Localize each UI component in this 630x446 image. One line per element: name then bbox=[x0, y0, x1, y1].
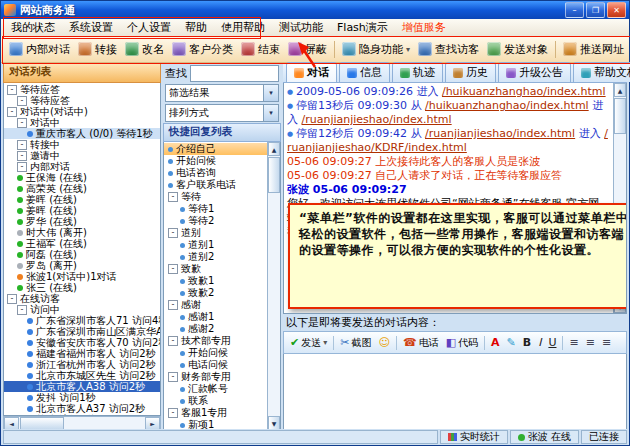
quick-reply-item[interactable]: 电话咨询 bbox=[164, 167, 267, 179]
align-center-button[interactable]: ≡ bbox=[583, 336, 598, 349]
send-button[interactable]: ✔发送▾ bbox=[287, 335, 330, 351]
tree-group[interactable]: -转接中 bbox=[4, 139, 160, 150]
quick-reply-group[interactable]: -道别 bbox=[164, 227, 267, 239]
tree-item[interactable]: 广东省深圳市南山区满京华A72... bbox=[4, 326, 160, 337]
underline-button[interactable]: U bbox=[545, 336, 559, 349]
tree-item[interactable]: 罗岛 (离开) bbox=[4, 260, 160, 271]
scrollbar-track[interactable] bbox=[268, 194, 280, 416]
chevron-down-icon[interactable]: ▾ bbox=[263, 105, 278, 121]
stealth-button[interactable]: 隐身功能▾ bbox=[338, 40, 414, 59]
sort-dropdown[interactable]: 排列方式 ▾ bbox=[165, 104, 279, 122]
tree-item[interactable]: 重庆市客人 (0/0) 等待1秒 bbox=[4, 128, 160, 139]
emoticon-button[interactable]: ☺ bbox=[375, 336, 392, 349]
bold-button[interactable]: B bbox=[520, 336, 534, 349]
block-button[interactable]: 屏蔽 bbox=[284, 40, 331, 59]
tree-item[interactable]: 浙江省杭州市客人 访问2秒 bbox=[4, 359, 160, 370]
internal-chat-button[interactable]: 内部对话 bbox=[5, 40, 74, 59]
tab-1[interactable]: 对话 bbox=[286, 62, 337, 82]
tab-2[interactable]: 信息 bbox=[339, 62, 390, 82]
quick-reply-item[interactable]: 电话问候 bbox=[164, 359, 267, 371]
tree-item[interactable]: 北京市客人A37 访问2秒 bbox=[4, 403, 160, 414]
transfer-button[interactable]: 转接 bbox=[74, 40, 121, 59]
tab-5[interactable]: 升级公告 bbox=[498, 62, 571, 82]
menu-item-6[interactable]: 测试功能 bbox=[272, 19, 330, 36]
status-stats[interactable]: 实时统计 bbox=[440, 430, 508, 444]
minimize-button[interactable]: – bbox=[565, 2, 584, 18]
quick-reply-item[interactable]: 道别2 bbox=[164, 251, 267, 263]
screenshot-button[interactable]: ✂截图 bbox=[337, 335, 374, 351]
tree-group[interactable]: -内部对话 bbox=[4, 161, 160, 172]
send-target-button[interactable]: 发送对象 bbox=[483, 40, 552, 59]
tree-item[interactable]: 姜晖 (在线) bbox=[4, 194, 160, 205]
quick-reply-group[interactable]: -财务部专用 bbox=[164, 371, 267, 383]
quick-reply-item[interactable]: 感谢2 bbox=[164, 323, 267, 335]
end-chat-button[interactable]: 结束 bbox=[237, 40, 284, 59]
tree-item[interactable]: 王福军 (在线) bbox=[4, 238, 160, 249]
tree-group[interactable]: -邀请中 bbox=[4, 150, 160, 161]
quick-reply-item[interactable]: 等待2 bbox=[164, 215, 267, 227]
page-link[interactable]: /ruanjianjieshao/index.html bbox=[425, 127, 575, 140]
quick-reply-group[interactable]: -致歉 bbox=[164, 263, 267, 275]
align-right-button[interactable]: ≡ bbox=[599, 336, 614, 349]
rename-button[interactable]: 改名 bbox=[121, 40, 168, 59]
page-link[interactable]: /ruanjianjieshao/index.html bbox=[302, 113, 452, 126]
quick-reply-group[interactable]: -感谢 bbox=[164, 299, 267, 311]
quick-reply-item[interactable]: 开始问候 bbox=[164, 347, 267, 359]
quick-reply-group[interactable]: -客服1专用 bbox=[164, 407, 267, 419]
tree-item[interactable]: 北京市东城区先生 访问2秒 bbox=[4, 370, 160, 381]
filter-dropdown[interactable]: 筛选结果 ▾ bbox=[165, 84, 279, 102]
scroll-down-icon[interactable]: ▼ bbox=[268, 416, 280, 430]
tree-group[interactable]: -对话中 bbox=[4, 117, 160, 128]
tab-6[interactable]: 帮助文档 bbox=[573, 62, 630, 82]
tree-item[interactable]: 高荣英 (在线) bbox=[4, 183, 160, 194]
phone-button[interactable]: ☎电话 bbox=[400, 335, 442, 351]
maximize-button[interactable]: ❐ bbox=[586, 2, 605, 18]
align-left-button[interactable]: ≡ bbox=[566, 336, 581, 349]
scroll-up-icon[interactable]: ▲ bbox=[268, 142, 280, 156]
menu-item-4[interactable]: 帮助 bbox=[178, 19, 214, 36]
find-visitor-button[interactable]: 查找访客 bbox=[414, 40, 483, 59]
quick-reply-item[interactable]: 致歉1 bbox=[164, 275, 267, 287]
tree-group[interactable]: -对话中(对话中) bbox=[4, 106, 160, 117]
tree-group[interactable]: -在线访客 bbox=[4, 293, 160, 304]
message-input[interactable] bbox=[283, 354, 627, 431]
quick-reply-item[interactable]: 汇款帐号 bbox=[164, 383, 267, 395]
tab-4[interactable]: 历史 bbox=[445, 62, 496, 82]
tree-item[interactable]: 张波1(对话中)1对话 bbox=[4, 271, 160, 282]
menu-item-1[interactable]: 我的状态 bbox=[4, 19, 62, 36]
tab-3[interactable]: 轨迹 bbox=[392, 62, 443, 82]
quick-reply-item[interactable]: 客户联系电话 bbox=[164, 179, 267, 191]
quick-reply-item[interactable]: 感谢1 bbox=[164, 311, 267, 323]
tree-group[interactable]: -等待应答 bbox=[4, 95, 160, 106]
quick-reply-item[interactable]: 致歉2 bbox=[164, 287, 267, 299]
scrollbar-thumb[interactable] bbox=[614, 98, 626, 134]
tree-item[interactable]: 时大伟 (离开) bbox=[4, 227, 160, 238]
tree-item[interactable]: 王保海 (在线) bbox=[4, 172, 160, 183]
quick-reply-group[interactable]: -技术部专用 bbox=[164, 335, 267, 347]
tree-item[interactable]: 安徽省安庆市客人70 访问2秒 bbox=[4, 337, 160, 348]
tree-item[interactable]: 姜晖 (在线) bbox=[4, 205, 160, 216]
tree-group[interactable]: -访问中 bbox=[4, 304, 160, 315]
italic-button[interactable]: I bbox=[535, 336, 544, 349]
scrollbar-thumb[interactable] bbox=[268, 157, 280, 193]
menu-item-5[interactable]: 使用帮助 bbox=[214, 19, 272, 36]
close-button[interactable]: ✕ bbox=[607, 2, 626, 18]
scroll-up-icon[interactable]: ▲ bbox=[614, 83, 626, 97]
tree-item[interactable]: 北京市客人A38 访问2秒 bbox=[4, 381, 160, 392]
push-url-button[interactable]: 推送网址 bbox=[559, 40, 628, 59]
highlighter-button[interactable]: ✎ bbox=[504, 336, 519, 349]
chevron-down-icon[interactable]: ▾ bbox=[263, 85, 278, 101]
search-input[interactable] bbox=[190, 65, 279, 82]
tree-item[interactable]: 张三 (在线) bbox=[4, 282, 160, 293]
vertical-scrollbar[interactable]: ▲ ▼ bbox=[267, 142, 280, 430]
customer-category-button[interactable]: 客户分类 bbox=[168, 40, 237, 59]
quick-reply-item[interactable]: 道别1 bbox=[164, 239, 267, 251]
page-link[interactable]: /huikuanzhanghao/index.html bbox=[442, 85, 606, 98]
code-button[interactable]: ◧代码 bbox=[443, 335, 481, 351]
tree-item[interactable]: 发抖 访问1秒 bbox=[4, 392, 160, 403]
quick-reply-item[interactable]: 等待1 bbox=[164, 203, 267, 215]
tree-item[interactable]: 福建省福州市客人 访问2秒 bbox=[4, 348, 160, 359]
tree-item[interactable]: 罗华 (在线) bbox=[4, 216, 160, 227]
quick-reply-item[interactable]: 联系 bbox=[164, 395, 267, 407]
menu-item-2[interactable]: 系统设置 bbox=[62, 19, 120, 36]
